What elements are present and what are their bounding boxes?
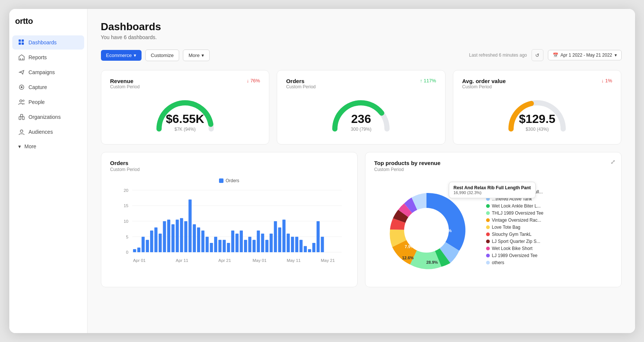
svg-rect-30 [150,231,153,252]
sidebar-item-organizations[interactable]: Organizations [12,110,84,124]
sidebar-item-reports[interactable]: Reports [12,50,84,64]
orders-sub: 300 (79%) [351,127,371,132]
expand-button[interactable]: ⤢ [610,158,615,165]
svg-rect-50 [235,234,238,252]
refresh-status: Last refreshed 6 minutes ago [469,53,527,58]
sidebar-campaigns-label: Campaigns [29,69,55,75]
svg-rect-40 [193,224,196,252]
orders-period: Custom Period [286,84,315,89]
svg-text:15: 15 [123,203,128,208]
legend-item-8: Wet Look Bike Short [486,246,544,251]
more-button[interactable]: More ▾ [183,50,210,61]
avg-order-period: Custom Period [462,84,506,89]
svg-rect-55 [257,231,260,252]
svg-rect-61 [282,220,285,253]
metrics-row: Revenue Custom Period ↓ 76% $6.55K $7K (… [101,70,622,145]
avg-order-header: Avg. order value Custom Period ↓ 1% [462,78,612,89]
svg-rect-31 [154,227,157,252]
calendar-icon: 📅 [553,53,558,58]
sidebar-item-people[interactable]: People [12,95,84,109]
capture-icon [18,84,25,91]
svg-text:0: 0 [126,250,128,254]
svg-rect-59 [274,221,277,252]
revenue-change: ↓ 76% [247,78,260,83]
top-products-period: Custom Period [374,167,612,172]
svg-rect-28 [142,237,145,252]
sidebar-people-label: People [29,99,45,105]
svg-rect-12 [22,117,24,120]
svg-rect-69 [316,221,319,252]
svg-rect-46 [218,240,221,252]
revenue-sub: $7K (94%) [166,127,204,132]
date-range-button[interactable]: 📅 Apr 1 2022 - May 21 2022 ▾ [548,50,622,60]
sidebar: ortto Dashboards Reports [9,9,88,333]
dashboards-icon [18,39,25,46]
orders-chart-card: Orders Custom Period Orders [101,152,358,287]
tooltip-value: 16,990 (32.3%) [454,190,531,195]
revenue-center: $6.55K $7K (94%) [166,111,204,132]
sidebar-dashboards-label: Dashboards [29,39,57,45]
sidebar-item-capture[interactable]: Capture [12,80,84,94]
svg-rect-29 [146,240,149,252]
bar-legend-dot [219,178,223,183]
customize-label: Customize [151,53,174,58]
tooltip-title: Rest And Relax Rib Full Length Pant [454,185,531,190]
orders-gauge: 236 300 (79%) [327,95,394,133]
svg-text:May 01: May 01 [253,258,267,263]
svg-point-10 [23,100,24,101]
svg-rect-48 [227,243,230,252]
svg-text:Apr 01: Apr 01 [133,258,146,263]
svg-marker-4 [19,55,24,60]
orders-chart-period: Custom Period [110,167,348,172]
svg-rect-67 [308,249,311,252]
svg-rect-64 [295,237,298,252]
page-subtitle: You have 6 dashboards. [101,34,622,40]
svg-rect-36 [175,220,178,253]
svg-rect-11 [19,117,21,120]
legend-label-9: LJ 1989 Oversized Tee [492,253,538,258]
top-products-card: ⤢ Top products by revenue Custom Period [365,152,622,287]
legend-item-3: THLJ 1989 Oversized Tee [486,210,544,216]
legend-label-5: Love Tote Bag [492,225,521,230]
avg-order-card: Avg. order value Custom Period ↓ 1% $129… [453,70,622,145]
legend-item-9: LJ 1989 Oversized Tee [486,253,544,258]
svg-rect-49 [231,231,234,252]
bar-chart-svg: 20 15 10 5 0 [110,186,348,279]
svg-rect-68 [312,243,315,252]
svg-rect-0 [19,39,21,42]
svg-text:10: 10 [123,219,128,224]
avg-order-center: $129.5 $300 (43%) [519,111,555,132]
legend-label-2: Wet Look Ankle Biter L... [492,203,541,209]
svg-rect-41 [197,227,200,252]
reports-icon [18,54,25,61]
svg-rect-70 [321,237,324,252]
ecommerce-button[interactable]: Ecommerce ▾ [101,50,142,61]
revenue-value: $6.55K [166,112,204,126]
customize-button[interactable]: Customize [145,50,179,61]
svg-rect-2 [19,42,21,45]
svg-rect-65 [299,240,302,252]
svg-rect-47 [222,240,225,252]
people-icon [18,99,25,105]
sidebar-more[interactable]: ▾ More [12,140,84,153]
svg-rect-58 [269,234,272,252]
avg-order-sub: $300 (43%) [519,127,555,132]
sidebar-item-campaigns[interactable]: Campaigns [12,65,84,79]
date-chevron-icon: ▾ [615,53,617,58]
revenue-title: Revenue [110,78,140,84]
svg-rect-13 [20,114,23,117]
svg-rect-33 [163,221,166,252]
sidebar-item-audiences[interactable]: Audiences [12,125,84,139]
orders-chart-title: Orders [110,160,348,166]
svg-rect-35 [171,224,174,252]
ecommerce-chevron-icon: ▾ [134,53,136,58]
organizations-icon [18,114,25,120]
legend-item-5: Love Tote Bag [486,225,544,230]
refresh-button[interactable]: ↺ [532,49,543,61]
svg-text:32.3%: 32.3% [440,228,451,233]
svg-rect-39 [188,199,191,252]
svg-text:20: 20 [123,188,128,193]
sidebar-item-dashboards[interactable]: Dashboards [12,35,84,50]
legend-label-8: Wet Look Bike Short [492,246,533,251]
svg-rect-1 [22,39,24,42]
